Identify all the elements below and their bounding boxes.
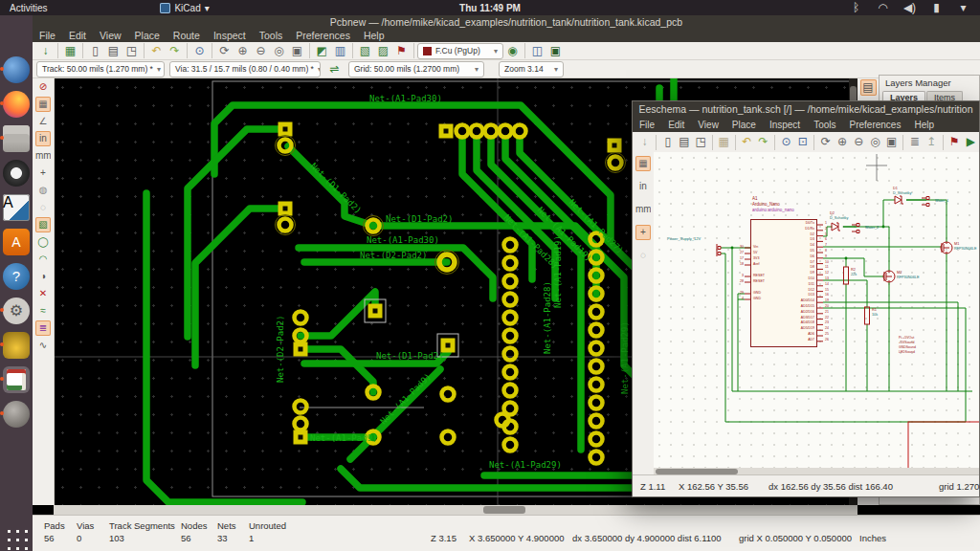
drc-off-icon[interactable]: ⊘ [35,79,51,95]
footprint-editor-icon[interactable]: ◩ [314,43,330,59]
import-netlist-icon[interactable]: ▨ [375,43,391,59]
vias-sketch-icon[interactable]: ◯ [35,234,51,250]
units-mm-icon[interactable]: mm [635,202,651,217]
menu-file[interactable]: File [633,120,661,130]
gimp-icon[interactable] [3,401,30,428]
grid-visibility-icon[interactable]: ▦ [35,97,51,112]
edit-tracks-icon[interactable]: ≈ [35,303,51,319]
paste-icon[interactable]: ▦ [717,134,731,150]
menu-place[interactable]: Place [725,120,763,130]
menu-view[interactable]: View [691,120,725,130]
units-inches-icon[interactable]: in [635,179,651,194]
zoom-out-icon[interactable]: ⊖ [253,43,269,59]
board-setup-icon[interactable]: ▦ [62,43,78,59]
menu-preferences[interactable]: Preferences [289,30,357,41]
libreoffice-writer-icon[interactable]: A [3,194,30,221]
help-icon[interactable]: ? [3,263,30,290]
menu-edit[interactable]: Edit [62,30,93,41]
units-mm-icon[interactable]: mm [35,148,51,164]
refresh-icon[interactable]: ⟳ [818,134,833,150]
zoom-selection-icon[interactable]: ▣ [289,43,305,59]
cross-probe-icon[interactable]: ✕ [35,286,51,301]
footprint-browser-icon[interactable]: ▥ [332,43,348,59]
hierarchy-navigator-icon[interactable]: ≣ [907,134,922,150]
pcbnew-horizontal-scrollbar[interactable] [54,505,858,515]
find-icon[interactable]: ⊙ [779,134,793,150]
save-icon[interactable]: ↓ [37,43,54,59]
run-pcbnew-icon[interactable]: ▶ [964,134,978,150]
bluetooth-icon[interactable]: ᛒ [848,0,864,16]
print-icon[interactable]: ▤ [677,134,691,150]
leave-sheet-icon[interactable]: ↥ [924,134,938,150]
plot-icon[interactable]: ◳ [694,134,708,150]
hidden-pins-icon[interactable]: ◌ [635,248,651,263]
page-settings-icon[interactable]: ▯ [660,134,675,150]
wifi-icon[interactable]: ◠ [875,0,891,16]
show-applications-icon[interactable] [3,525,30,551]
caret-down-icon[interactable]: ▾ [955,0,971,16]
grid-selector[interactable]: Grid: 50.00 mils (1.2700 mm) ▾ [348,61,484,77]
undo-icon[interactable]: ↶ [148,43,165,59]
tracks-sketch-icon[interactable]: ▧ [35,217,51,232]
drc-icon[interactable]: ⚑ [393,43,410,59]
layers-manager-toggle-icon[interactable]: ▤ [860,79,877,96]
cursor-shape-icon[interactable]: + [635,225,651,240]
ubuntu-software-icon[interactable]: A [3,229,30,255]
layers-pairs-icon[interactable]: ≣ [35,320,51,336]
menu-tools[interactable]: Tools [253,30,290,41]
menu-help[interactable]: Help [357,30,391,41]
track-width-selector[interactable]: Track: 50.00 mils (1.270 mm) * ▾ [36,61,165,77]
zoom-selector[interactable]: Zoom 3.14 ▾ [499,61,564,77]
menu-file[interactable]: File [33,30,62,41]
print-icon[interactable]: ▤ [105,43,122,59]
polar-coords-icon[interactable]: ∠ [35,114,51,129]
menu-inspect[interactable]: Inspect [763,120,807,130]
kicad-launcher-icon[interactable] [3,366,30,393]
zoom-fit-icon[interactable]: ◎ [271,43,287,59]
menu-view[interactable]: View [93,30,128,41]
thunderbird-icon[interactable] [3,56,30,83]
find-replace-icon[interactable]: ⊡ [795,134,810,150]
update-pcb-icon[interactable]: ▧ [357,43,373,59]
menu-inspect[interactable]: Inspect [207,30,253,41]
auto-track-width-icon[interactable]: ⇌ [326,61,343,77]
plot-icon[interactable]: ◳ [123,43,140,59]
scrollbar-thumb[interactable] [483,506,525,514]
menu-place[interactable]: Place [128,30,167,41]
save-icon[interactable]: ↓ [637,134,652,150]
zoom-fit-icon[interactable]: ◎ [868,134,882,150]
footprint-wizard-icon[interactable]: ◫ [529,43,546,59]
volume-icon[interactable]: ◀) [902,0,918,16]
firefox-icon[interactable] [3,91,30,118]
cursor-shape-icon[interactable]: + [35,165,51,181]
files-icon[interactable] [3,125,30,152]
system-tray[interactable]: ᛒ◠◀)▮▾ [847,0,972,17]
app-menu-button[interactable]: KiCad ▾ [160,3,209,13]
menu-help[interactable]: Help [907,120,941,130]
via-size-selector[interactable]: Via: 31.5 / 15.7 mils (0.80 / 0.40 mm) *… [169,61,321,77]
eeschema-titlebar[interactable]: Eeschema — nutrition_tank.sch [/] — /hom… [633,101,979,117]
menu-route[interactable]: Route [167,30,207,41]
ratsnest-local-icon[interactable]: ◌ [35,200,51,215]
battery-icon[interactable]: ▮ [928,0,945,16]
erc-icon[interactable]: ⚑ [947,134,961,150]
menu-edit[interactable]: Edit [661,120,691,130]
zoom-out-icon[interactable]: ⊖ [852,134,866,150]
page-settings-icon[interactable]: ▯ [87,43,103,59]
redo-icon[interactable]: ↷ [756,134,770,150]
zoom-in-icon[interactable]: ⊕ [234,43,251,59]
clock[interactable]: Thu 11:49 PM [0,3,980,13]
zoom-selection-icon[interactable]: ▣ [884,134,899,150]
refresh-icon[interactable]: ⟳ [216,43,233,59]
pcbnew-titlebar[interactable]: Pcbnew — /home/mike/kicad_examples/nutri… [33,15,980,29]
find-icon[interactable]: ⊙ [191,43,208,59]
units-inches-icon[interactable]: in [35,131,51,146]
ratsnest-icon[interactable]: ◍ [35,183,51,198]
menu-tools[interactable]: Tools [807,120,842,130]
lamp-icon[interactable] [3,332,30,359]
microwave-icon[interactable]: ∿ [35,338,51,353]
grid-visibility-icon[interactable]: ▦ [635,156,651,171]
activities-button[interactable]: Activities [10,3,47,13]
media-player-icon[interactable] [3,160,30,187]
menu-preferences[interactable]: Preferences [842,120,907,130]
